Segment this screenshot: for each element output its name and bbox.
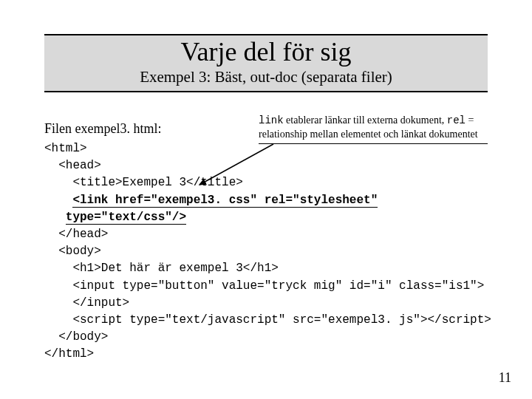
file-label: Filen exempel3. html:	[44, 121, 161, 137]
code-line-2: <head>	[44, 159, 101, 172]
annotation-code-link: link	[259, 115, 284, 126]
code-line-4-indent	[44, 194, 72, 207]
annotation-text: link etablerar länkar till externa dokum…	[259, 114, 488, 144]
slide-subtitle: Exempel 3: Bäst, out-doc (separata filer…	[44, 68, 488, 86]
code-line-6: </head>	[44, 228, 108, 241]
code-line-10: </input>	[44, 296, 129, 310]
code-line-5-highlight: type="text/css"/>	[66, 211, 186, 225]
code-line-7: <body>	[44, 245, 101, 258]
annotation-code-rel: rel	[447, 115, 466, 126]
code-line-12: </body>	[44, 330, 108, 344]
code-line-1: <html>	[44, 142, 87, 155]
code-line-8: <h1>Det här är exempel 3</h1>	[44, 262, 279, 275]
slide-title: Varje del för sig	[44, 38, 488, 66]
code-line-3: <title>Exempel 3</title>	[44, 176, 243, 189]
code-block: <html> <head> <title>Exempel 3</title> <…	[44, 140, 495, 363]
code-line-5-indent	[44, 211, 66, 224]
code-line-13: </html>	[44, 347, 94, 361]
annotation-part-1: etablerar länkar till externa dokument,	[284, 115, 447, 126]
code-line-9: <input type="button" value="tryck mig" i…	[44, 279, 484, 293]
code-line-4-highlight: <link href="exempel3. css" rel="styleshe…	[72, 194, 378, 208]
page-number: 11	[499, 370, 511, 386]
slide: Varje del för sig Exempel 3: Bäst, out-d…	[0, 0, 532, 399]
title-block: Varje del för sig Exempel 3: Bäst, out-d…	[44, 34, 488, 92]
code-line-11: <script type="text/javascript" src="exem…	[44, 313, 491, 327]
